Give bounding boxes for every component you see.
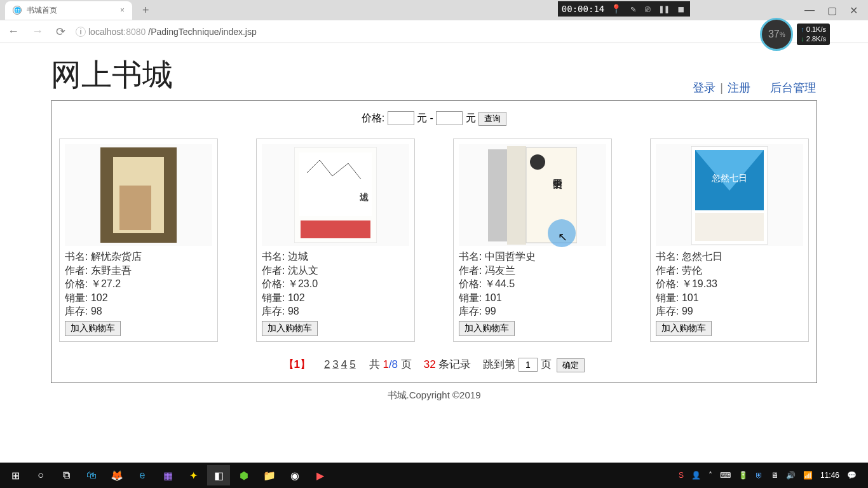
book-stock: 库存: 99 — [656, 304, 803, 318]
site-title: 网上书城 — [51, 55, 173, 95]
recorder-pause-icon[interactable]: ❚❚ — [656, 4, 672, 14]
page-link[interactable]: 2 — [324, 358, 330, 370]
book-cover: 解忧杂货店 — [65, 144, 212, 246]
add-cart-button[interactable]: 加入购物车 — [656, 321, 712, 336]
footer-text: 书城.Copyright ©2019 — [51, 383, 817, 408]
login-link[interactable]: 登录 — [693, 81, 715, 94]
speed-up: 0.1K/s — [801, 25, 826, 34]
price-min-input[interactable] — [388, 111, 414, 125]
page-link[interactable]: 4 — [341, 358, 347, 370]
new-tab-button[interactable]: + — [137, 4, 154, 17]
svg-rect-16 — [695, 213, 764, 241]
svg-rect-3 — [119, 186, 151, 230]
recorder-erase-icon[interactable]: ⎚ — [642, 4, 653, 14]
recorder-pen-icon[interactable]: ✎ — [628, 4, 638, 14]
svg-point-11 — [530, 154, 545, 170]
net-speed-widget: 37% 0.1K/s 2.8K/s — [760, 18, 830, 51]
book-sales: 销量: 102 — [262, 291, 409, 305]
page-link[interactable]: 5 — [349, 358, 355, 370]
book-card: 解忧杂货店 书名: 解忧杂货店 作者: 东野圭吾 价格: ￥27.2 销量: 1… — [59, 139, 218, 342]
book-price: 价格: ￥44.5 — [459, 277, 606, 291]
filter-label: 价格: — [362, 112, 384, 123]
url-path: /PadingTechnique/index.jsp — [148, 27, 256, 37]
pg-word: 页 — [398, 358, 412, 370]
add-cart-button[interactable]: 加入购物车 — [65, 321, 121, 336]
url-display[interactable]: i localhost:8080/PadingTechnique/index.j… — [76, 27, 257, 37]
recorder-stop-icon[interactable]: ■ — [676, 4, 686, 14]
book-stock: 库存: 98 — [65, 304, 212, 318]
screen-recorder-overlay: 00:00:14 📍 ✎ ⎚ ❚❚ ■ — [558, 1, 690, 17]
sep: | — [720, 81, 723, 94]
query-button[interactable]: 查询 — [478, 112, 506, 126]
maximize-icon[interactable]: ▢ — [827, 4, 837, 17]
book-name: 书名: 忽然七日 — [656, 250, 803, 264]
pg-recword: 条记录 — [436, 358, 471, 370]
tab-title: 书城首页 — [27, 5, 57, 16]
book-sales: 销量: 101 — [459, 291, 606, 305]
svg-rect-5 — [299, 152, 372, 216]
globe-icon: 🌐 — [13, 6, 22, 15]
book-price: 价格: ￥19.33 — [656, 277, 803, 291]
svg-rect-9 — [507, 146, 526, 245]
filter-unit2: 元 — [466, 112, 476, 123]
book-sales: 销量: 101 — [656, 291, 803, 305]
pg-records: 32 — [424, 358, 436, 370]
page-jump-button[interactable]: 确定 — [557, 358, 585, 372]
book-stock: 库存: 99 — [459, 304, 606, 318]
window-controls: — ▢ ✕ — [804, 4, 868, 17]
admin-link[interactable]: 后台管理 — [770, 81, 816, 94]
book-cover: 中国哲学史 — [459, 144, 606, 246]
svg-rect-8 — [488, 149, 507, 241]
minimize-icon[interactable]: — — [804, 4, 815, 17]
address-bar: ← → ⟳ i localhost:8080/PadingTechnique/i… — [0, 20, 868, 43]
price-max-input[interactable] — [436, 111, 463, 125]
add-cart-button[interactable]: 加入购物车 — [459, 321, 515, 336]
forward-icon[interactable]: → — [29, 25, 46, 38]
book-author: 作者: 沈从文 — [262, 264, 409, 278]
price-filter: 价格: 元 - 元 查询 — [59, 111, 809, 126]
main-content: 价格: 元 - 元 查询 解忧杂货店 书名: 解忧杂货店 作者: 东野圭吾 价格… — [51, 100, 817, 383]
book-sales: 销量: 102 — [65, 291, 212, 305]
page-current: 1 — [294, 358, 300, 370]
reload-icon[interactable]: ⟳ — [53, 25, 68, 39]
add-cart-button[interactable]: 加入购物车 — [262, 321, 318, 336]
browser-tab[interactable]: 🌐 书城首页 × — [5, 1, 132, 20]
close-window-icon[interactable]: ✕ — [850, 4, 858, 17]
book-cover: 忽然七日 — [656, 144, 803, 246]
browser-tab-bar: 🌐 书城首页 × + — ▢ ✕ — [0, 0, 868, 20]
info-icon[interactable]: i — [76, 27, 86, 37]
book-author: 作者: 东野圭吾 — [65, 264, 212, 278]
svg-text:忽然七日: 忽然七日 — [711, 173, 747, 183]
cursor-icon: ↖ — [558, 230, 567, 244]
pg-cur: 1 — [383, 358, 388, 370]
pg-jump-post: 页 — [541, 358, 552, 370]
pg-pre: 共 — [369, 358, 383, 370]
book-card: 边城 书名: 边城 作者: 沈从文 价格: ￥23.0 销量: 102 库存: … — [256, 139, 415, 342]
book-cover: 边城 — [262, 144, 409, 246]
url-port: :8080 — [123, 27, 146, 37]
book-author: 作者: 劳伦 — [656, 264, 803, 278]
speed-down: 2.8K/s — [801, 34, 826, 44]
book-price: 价格: ￥27.2 — [65, 277, 212, 291]
page-link[interactable]: 3 — [332, 358, 338, 370]
book-name: 书名: 解忧杂货店 — [65, 250, 212, 264]
book-name: 书名: 边城 — [262, 250, 409, 264]
svg-rect-7 — [301, 220, 370, 238]
book-author: 作者: 冯友兰 — [459, 264, 606, 278]
back-icon[interactable]: ← — [5, 25, 22, 38]
speed-percent: 37% — [760, 18, 793, 51]
register-link[interactable]: 注册 — [728, 81, 750, 94]
pg-total: 8 — [392, 358, 398, 370]
book-stock: 库存: 98 — [262, 304, 409, 318]
page-jump-input[interactable] — [519, 358, 538, 372]
filter-unit: 元 — [417, 112, 427, 123]
pg-jump-pre: 跳到第 — [483, 358, 515, 370]
pagination: 【1】 2345 共 1/8 页 32 条记录 跳到第 页 确定 — [59, 357, 809, 372]
recorder-time: 00:00:14 — [562, 4, 604, 14]
book-card: 忽然七日 书名: 忽然七日 作者: 劳伦 价格: ￥19.33 销量: 101 … — [650, 139, 809, 342]
book-card: 中国哲学史 书名: 中国哲学史 作者: 冯友兰 价格: ￥44.5 销量: 10… — [453, 139, 612, 342]
recorder-marker-icon[interactable]: 📍 — [608, 4, 624, 14]
close-tab-icon[interactable]: × — [120, 6, 125, 15]
url-host: localhost — [88, 27, 123, 37]
book-price: 价格: ￥23.0 — [262, 277, 409, 291]
